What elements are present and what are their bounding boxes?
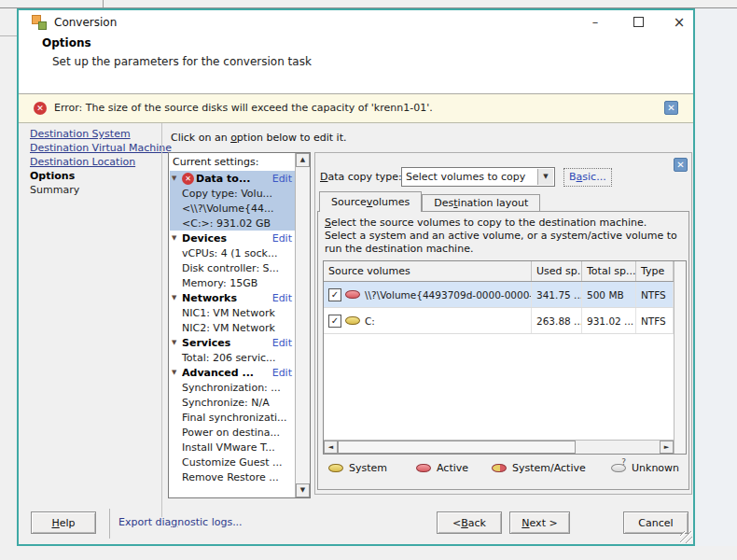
export-diagnostic-logs-link[interactable]: Export diagnostic logs... — [118, 516, 243, 528]
tree-collapse-icon[interactable]: ▼ — [170, 175, 182, 182]
settings-item-total-206-servic[interactable]: Total: 206 servic... — [170, 350, 295, 365]
tree-collapse-icon[interactable]: ▼ — [170, 234, 182, 242]
error-banner: ✕ Error: The size of the source disks wi… — [19, 94, 693, 123]
settings-item-copy-type-volu[interactable]: Copy type: Volu... — [170, 186, 295, 201]
scroll-left-icon[interactable]: ◄ — [324, 441, 338, 454]
basic-button[interactable]: Basic... — [563, 168, 612, 187]
column-header-total-sp[interactable]: Total sp... — [582, 261, 636, 281]
cell-used: 263.88 ... — [532, 308, 582, 333]
column-header-used-sp[interactable]: Used sp... — [532, 261, 582, 281]
settings-item-vcpus-4-1-sock[interactable]: vCPUs: 4 (1 sock... — [170, 245, 295, 260]
table-vertical-scrollbar[interactable] — [674, 261, 686, 454]
editor-tabs: Source volumesDestination layout — [319, 191, 540, 211]
settings-item-synchronize-n-a[interactable]: Synchronize: N/A — [170, 395, 295, 410]
settings-item-synchronization[interactable]: Synchronization: ... — [170, 380, 295, 395]
sidebar-item-options: Options — [30, 169, 159, 183]
settings-item-customize-guest[interactable]: Customize Guest ... — [170, 455, 295, 469]
settings-value-label: Disk controller: S... — [170, 262, 279, 274]
volume-type-legend: SystemActiveSystem/ActiveUnknown — [318, 462, 688, 484]
table-row[interactable]: ✓\\?\Volume{4493709d-0000-0000-00...341.… — [324, 282, 674, 308]
background-window-toolbar — [0, 0, 737, 8]
resize-grip[interactable] — [680, 531, 692, 543]
volumes-table: Source volumesUsed sp...Total sp...Type … — [323, 260, 687, 455]
sidebar-item-destination-system[interactable]: Destination System — [30, 127, 159, 141]
settings-value-label: Remove Restore ... — [170, 471, 279, 483]
settings-item-nic1-vm-network[interactable]: NIC1: VM Network — [170, 305, 295, 320]
scroll-up-icon[interactable]: ▲ — [296, 153, 310, 167]
volume-checkbox[interactable]: ✓ — [328, 288, 341, 301]
edit-link[interactable]: Edit — [272, 367, 292, 379]
chevron-down-icon[interactable]: ▼ — [537, 169, 553, 185]
settings-item-services[interactable]: ▼ServicesEdit — [170, 335, 295, 350]
back-button[interactable]: < Back — [437, 511, 502, 534]
conversion-dialog: Conversion – × Options Set up the parame… — [17, 8, 695, 546]
tree-collapse-icon[interactable]: ▼ — [170, 369, 182, 376]
settings-value-label: Memory: 15GB — [170, 277, 257, 289]
help-button[interactable]: Help — [31, 511, 96, 534]
wizard-steps-nav: Destination SystemDestination Virtual Ma… — [30, 127, 159, 197]
active-volume-icon — [345, 290, 360, 299]
background-toolbar-divider — [103, 0, 104, 7]
main-area: Destination SystemDestination Virtual Ma… — [19, 123, 693, 544]
table-horizontal-scrollbar[interactable]: ◄ ► — [324, 440, 674, 454]
editor-close-button[interactable]: ✕ — [674, 158, 688, 172]
settings-value-label: NIC1: VM Network — [170, 307, 275, 319]
settings-item-memory-15gb[interactable]: Memory: 15GB — [170, 275, 295, 290]
error-dismiss-button[interactable]: ✕ — [664, 101, 678, 115]
next-button[interactable]: Next > — [509, 511, 570, 534]
settings-item-install-vmware-t[interactable]: Install VMware T... — [170, 440, 295, 455]
settings-item-c-931-02-gb[interactable]: <C:>: 931.02 GB — [170, 216, 295, 231]
edit-link[interactable]: Edit — [272, 232, 292, 245]
settings-item-power-on-destina[interactable]: Power on destina... — [170, 425, 295, 440]
minimize-button[interactable]: – — [584, 12, 606, 32]
maximize-button[interactable] — [627, 12, 649, 32]
settings-group-label: Services — [182, 337, 230, 349]
settings-item-nic2-vm-network[interactable]: NIC2: VM Network — [170, 320, 295, 335]
column-header-source-volumes[interactable]: Source volumes — [324, 261, 532, 281]
cell-used: 341.75 ... — [532, 282, 582, 307]
settings-scrollbar[interactable]: ▲ ▼ — [295, 153, 310, 497]
tree-collapse-icon[interactable]: ▼ — [170, 339, 182, 346]
tab-destination-layout[interactable]: Destination layout — [422, 194, 540, 211]
volume-checkbox[interactable]: ✓ — [328, 315, 341, 328]
current-settings-panel: Current settings: ▼✕Data to...EditCopy t… — [168, 152, 311, 498]
settings-item-volume-44[interactable]: <\\?\Volume{44... — [170, 201, 295, 216]
settings-value-label: Power on destina... — [170, 427, 280, 439]
data-copy-type-select[interactable]: Select volumes to copy ▼ — [401, 167, 555, 187]
screen: now Conversion – × Options Set up the pa… — [0, 0, 737, 560]
settings-panel-header: Current settings: — [173, 156, 258, 168]
legend-label: System — [349, 462, 387, 474]
settings-item-networks[interactable]: ▼NetworksEdit — [170, 290, 295, 305]
sidebar-item-destination-virtual-machine[interactable]: Destination Virtual Machine — [30, 141, 159, 155]
footer-divider — [109, 509, 110, 539]
scroll-right-icon[interactable]: ► — [660, 441, 674, 454]
close-button[interactable]: × — [668, 12, 690, 32]
title-bar: Conversion – × — [19, 10, 693, 35]
scrollbar-thumb[interactable] — [338, 441, 576, 454]
settings-value-label: vCPUs: 4 (1 sock... — [170, 247, 277, 259]
settings-item-data-to[interactable]: ▼✕Data to...Edit — [170, 171, 295, 186]
settings-value-label: Synchronize: N/A — [170, 397, 270, 409]
table-row[interactable]: ✓C:263.88 ...931.02 ...NTFS — [324, 308, 674, 334]
tree-collapse-icon[interactable]: ▼ — [170, 294, 182, 301]
cell-fs: NTFS — [636, 308, 674, 333]
scroll-down-icon[interactable]: ▼ — [296, 483, 310, 497]
column-header-type[interactable]: Type — [636, 261, 674, 281]
settings-item-devices[interactable]: ▼DevicesEdit — [170, 231, 295, 245]
cancel-button[interactable]: Cancel — [623, 511, 688, 534]
sidebar-item-destination-location[interactable]: Destination Location — [30, 155, 159, 169]
settings-value-label: NIC2: VM Network — [170, 322, 275, 334]
page-title: Options — [42, 36, 91, 49]
edit-link[interactable]: Edit — [272, 173, 292, 185]
tab-source-volumes[interactable]: Source volumes — [319, 191, 422, 212]
edit-link[interactable]: Edit — [272, 337, 292, 349]
settings-item-remove-restore[interactable]: Remove Restore ... — [170, 469, 295, 484]
system-active-disk-icon — [492, 464, 507, 472]
settings-item-disk-controller-s[interactable]: Disk controller: S... — [170, 260, 295, 275]
settings-group-label: Advanced ... — [182, 367, 254, 379]
page-subtitle: Set up the parameters for the conversion… — [52, 55, 312, 68]
settings-item-advanced[interactable]: ▼Advanced ...Edit — [170, 365, 295, 380]
edit-link[interactable]: Edit — [272, 292, 292, 304]
settings-item-final-synchronizati[interactable]: Final synchronizati... — [170, 410, 295, 425]
legend-label: System/Active — [512, 462, 586, 474]
